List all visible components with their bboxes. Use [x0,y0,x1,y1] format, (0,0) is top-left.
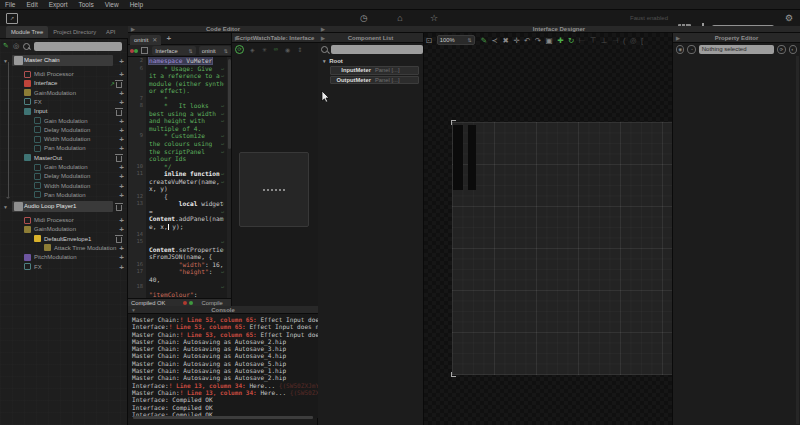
marquee-select-icon[interactable]: ⊡ [426,36,432,45]
deselect-icon[interactable]: ✖ [502,36,508,45]
add-module-icon[interactable]: + [119,98,124,107]
add-module-icon[interactable]: + [119,172,124,181]
resume-icon[interactable]: ⟳ [235,45,244,54]
add-module-icon[interactable]: + [119,182,124,191]
collapse-triangle-icon[interactable]: ▶ [131,26,135,32]
edit-pencil-icon[interactable]: ✎ [3,42,9,50]
tab-oninit[interactable]: oninit ✕ [130,35,161,45]
code-area[interactable]: 2namespace VuMeter6 * Usage: Give↵it a r… [128,57,227,298]
file-selector-dropdown[interactable]: Interface ⇅ [152,46,196,55]
filter-icon[interactable]: ◈ [250,46,255,53]
property-editor-scrollbar[interactable] [796,56,799,424]
link-icon[interactable]: ∞ [274,46,278,52]
favorites-icon[interactable]: ☆ [426,10,442,26]
add-widget-icon[interactable]: ✚ [557,36,563,45]
menu-file[interactable]: File [5,1,15,8]
lock-icon[interactable]: ▣ [546,36,553,45]
resize-handle-icon[interactable] [451,372,456,377]
collapse-triangle-icon[interactable]: ▶ [235,35,239,41]
module-search-input[interactable] [34,42,122,51]
collapse-triangle-icon[interactable]: ▶ [676,35,680,41]
add-module-icon[interactable]: + [119,216,124,225]
popout-editor-icon[interactable] [141,47,148,54]
tree-row-audio-loop-player1[interactable]: ▼Audio Loop Player1 [0,202,128,212]
console-log[interactable]: Master Chain:! Line 53, column 65: Effec… [128,314,318,418]
watch-table-title[interactable]: ▶ ScriptWatchTable: Interface [232,33,318,43]
console-hscrollbar[interactable] [133,416,313,419]
console-title[interactable]: ▼ Console [128,306,318,314]
component-root-node[interactable]: ▾ Root [323,58,343,64]
tree-row-fx[interactable]: FX+ [0,262,128,272]
add-module-icon[interactable]: + [119,57,124,66]
component-item-outputmeter[interactable]: OutputMeterPanel [...] [330,76,419,85]
interface-designer-title[interactable]: ▶ Interface Designer [318,26,800,33]
expand-icon[interactable]: ⇕ [297,46,302,53]
menu-edit[interactable]: Edit [26,1,37,8]
add-module-icon[interactable]: + [119,135,124,144]
add-module-icon[interactable]: + [119,253,124,262]
tab-module-tree[interactable]: Module Tree [6,26,48,38]
delete-module-icon[interactable] [116,110,122,116]
menu-view[interactable]: View [105,1,119,8]
history-icon[interactable]: ◔ [687,45,695,54]
align-top-icon[interactable]: ⊤ [590,36,597,45]
tab-project-directory[interactable]: Project Directory [48,26,101,38]
property-editor-title[interactable]: ▶ Property Editor [673,33,800,43]
selection-name-field[interactable]: Nothing selected [699,45,774,54]
add-module-icon[interactable]: + [119,89,124,98]
delete-module-icon[interactable] [116,82,122,88]
tree-row-master-chain[interactable]: ▼Master Chain+ [0,56,128,66]
collapse-triangle-icon[interactable]: ▼ [131,307,136,313]
add-module-icon[interactable]: + [119,163,124,172]
interface-grid[interactable] [452,122,672,375]
component-item-inputmeter[interactable]: InputMeterPanel [...] [330,66,419,75]
redo-icon[interactable]: ↷ [535,36,541,45]
target-icon[interactable]: ◎ [630,36,637,45]
collapse-triangle-icon[interactable]: ▶ [321,35,325,41]
delete-module-icon[interactable] [116,156,122,162]
fold-icon[interactable]: ◎ [13,42,19,50]
tree-row-pan-modulation[interactable]: Pan Modulation+ [0,190,128,200]
edit-mode-icon[interactable]: ✎ [481,36,487,45]
add-module-icon[interactable]: + [119,126,124,135]
component-search-input[interactable] [331,45,423,54]
connection-icon[interactable]: ≺ [492,36,498,45]
refresh-icon[interactable]: ⟳ [777,45,785,54]
collapse-triangle-icon[interactable]: ▶ [321,26,325,32]
distribute-vertical-icon[interactable]: ⊥ [601,36,608,45]
add-module-icon[interactable]: + [119,144,124,153]
recent-files-icon[interactable]: ◷ [356,10,372,26]
add-module-icon[interactable]: + [119,117,124,126]
callback-selector-dropdown[interactable]: oninit ⇅ [199,46,231,55]
compile-button[interactable]: Compile [201,300,222,306]
delete-module-icon[interactable] [116,205,122,211]
view-icon[interactable]: ◉ [285,46,290,53]
add-module-icon[interactable]: + [119,263,124,272]
close-tab-icon[interactable]: ✕ [152,36,157,43]
add-module-icon[interactable]: + [119,70,124,79]
align-left-icon[interactable]: ⊢ [579,36,586,45]
input-meter-panel[interactable] [453,125,463,190]
component-list-title[interactable]: ▶ Component List [318,33,423,43]
code-editor-title[interactable]: ▶ Code Editor [128,26,318,33]
add-module-icon[interactable]: + [119,225,124,234]
bracket-icon[interactable]: [ [641,36,643,45]
output-meter-panel[interactable] [468,125,476,190]
home-icon[interactable]: ⌂ [392,10,408,26]
zoom-select-dropdown[interactable]: 100%⇅ [437,35,475,45]
designer-canvas[interactable]: ⊡100%⇅✎≺✖✛↶↷▣✚↻⊢⊤⊥⊣(◎[ [424,33,672,425]
add-tab-icon[interactable]: + [166,34,171,43]
popout-icon[interactable]: ↗ [110,80,115,88]
settings-gear-icon[interactable]: ⚙ [781,10,797,26]
tab-api[interactable]: API [101,26,120,38]
menu-export[interactable]: Export [49,1,68,8]
move-icon[interactable]: ✛ [513,36,519,45]
paren-icon[interactable]: ( [623,36,626,45]
copy-properties-icon[interactable]: ◐ [789,45,797,54]
delete-module-icon[interactable] [116,237,122,243]
chevron-down-icon[interactable]: ▼ [3,58,8,64]
menu-help[interactable]: Help [130,1,143,8]
undo-icon[interactable]: ↶ [524,36,530,45]
freeze-icon[interactable]: ✳ [262,46,267,53]
connect-icon[interactable]: ◉ [676,45,684,54]
